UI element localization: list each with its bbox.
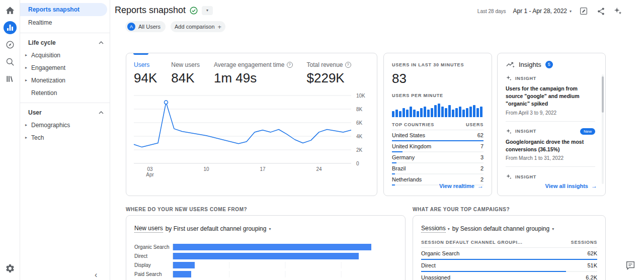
ga-reports-snapshot-page: Reports snapshot Realtime Life cycle ▸Ac… [0,0,644,280]
nav-advertising-button[interactable] [4,55,17,68]
country-users: 3 [480,154,484,160]
sidebar-item-retention[interactable]: Retention [20,86,110,99]
country-name: United States [392,132,425,138]
nav-explore-button[interactable] [4,38,17,51]
metric-value: 94K [134,70,157,86]
metric-new-users[interactable]: New users 84K [171,61,200,86]
top-campaigns-card: Sessions▾ by Session default channel gro… [413,215,606,280]
insight-item[interactable]: INSIGHT Users for the campaign from sour… [506,75,595,116]
channel-bar [173,253,359,259]
channels-bar-chart: Organic SearchDirectDisplayPaid Search [134,244,397,277]
chevron-down-icon: ▾ [552,227,554,231]
avatar: A [127,23,135,31]
channel-label: Organic Search [134,244,173,250]
report-dropdown-button[interactable]: ▾ [202,6,213,15]
svg-text:4K: 4K [356,134,363,139]
edit-comparisons-button[interactable] [579,6,589,16]
divider [20,103,110,103]
nav-library-button[interactable] [4,72,17,85]
metric-avg-engagement-time[interactable]: Average engagement time? 1m 49s [214,61,293,86]
channel-dimension-dropdown[interactable]: ▾ [269,227,271,231]
svg-text:10K: 10K [356,93,365,99]
chip-label: All Users [138,24,160,30]
channel-label: Display [134,262,173,268]
arrow-right-icon: → [591,182,597,190]
channel-bar-row: Direct [134,253,397,259]
minute-bar [473,105,475,117]
country-name: Germany [392,154,415,160]
sidebar-section-life-cycle[interactable]: Life cycle [20,37,110,49]
insight-item[interactable]: INSIGHT New Google/organic drove the mos… [506,128,595,161]
feedback-button[interactable] [624,259,637,272]
scrollbar-thumb[interactable] [602,76,604,113]
channel-label: Direct [134,253,173,259]
collapse-sidebar-button[interactable]: ‹ [95,270,105,280]
add-comparison-chip[interactable]: Add comparison + [171,21,225,32]
table-row: Organic Search62K [421,248,597,260]
sidebar-item-demographics[interactable]: ▸Demographics [20,119,110,131]
divider [506,121,595,122]
expand-arrow-icon: ▸ [25,135,31,140]
country-row: United Kingdom7 [392,141,484,152]
all-users-chip[interactable]: A All Users [125,21,166,32]
minute-bar [431,108,433,117]
arrow-right-icon: → [477,182,484,190]
sidebar-item-engagement[interactable]: ▸Engagement [20,61,110,74]
minute-bar [441,107,444,117]
metric-total-revenue[interactable]: Total revenue? $229K [307,61,351,86]
sessions-metric-dropdown[interactable]: Sessions▾ [421,225,450,233]
selected-metric-indicator [133,53,148,55]
channel-bar [173,244,371,250]
nav-home-button[interactable] [4,4,17,17]
insights-card: Insights 5 INSIGHT Users for the campaig… [497,53,606,196]
insights-spark-icon [506,60,515,68]
link-label: View realtime [439,183,474,189]
svg-text:10: 10 [203,166,209,172]
info-icon[interactable]: ? [345,62,351,68]
sidebar-item-realtime[interactable]: Realtime [20,16,107,29]
view-realtime-link[interactable]: View realtime → [439,182,484,190]
nav-reports-button[interactable] [4,21,17,34]
channel-name: Organic Search [421,250,459,256]
sidebar-item-acquisition[interactable]: ▸Acquisition [20,49,110,61]
sidebar-section-user[interactable]: User [20,107,110,119]
country-users: 2 [480,176,484,182]
settings-button[interactable] [4,262,17,275]
bar-chart-icon [6,24,14,32]
metric-value: 84K [171,70,200,86]
sessions-value: 51K [587,262,597,268]
sidebar-item-label: Engagement [31,64,65,71]
date-range-label: Last 28 days [477,9,506,14]
insights-toggle-button[interactable] [613,6,623,16]
info-icon[interactable]: ? [287,62,293,68]
minute-bar [452,110,454,117]
expand-arrow-icon: ▸ [25,65,31,70]
table-row: Direct51K [421,260,597,272]
date-range-picker[interactable]: Apr 1 - Apr 28, 2022 ▾ [513,8,572,15]
sessions-column-header: SESSIONS [571,240,597,245]
page-title: Reports snapshot [115,5,186,16]
sidebar-item-reports-snapshot[interactable]: Reports snapshot [20,3,107,16]
svg-text:0: 0 [356,161,359,166]
sparkle-icon [613,7,622,16]
view-all-insights-link[interactable]: View all insights → [545,182,597,190]
svg-text:2K: 2K [356,147,363,153]
metric-label: New users [171,61,200,68]
minute-bar [403,108,405,117]
share-button[interactable] [596,6,606,16]
insights-title: Insights [519,61,541,68]
sidebar-item-tech[interactable]: ▸Tech [20,131,110,144]
sidebar-item-label: Monetization [31,77,65,84]
country-name: United Kingdom [392,143,431,149]
sidebar-item-monetization[interactable]: ▸Monetization [20,74,110,86]
scrollbar[interactable] [602,74,604,184]
new-users-metric-dropdown[interactable]: New users [134,225,163,233]
metric-label: New users [134,225,163,233]
svg-text:8K: 8K [356,107,363,112]
insight-item[interactable]: INSIGHT [506,173,595,180]
metric-users[interactable]: Users 94K [134,61,157,86]
top-countries-list: United States62United Kingdom7Germany3Br… [392,130,484,185]
metric-label: Average engagement time [214,61,285,68]
metric-value: 1m 49s [214,70,293,86]
campaigns-dimension-dropdown[interactable]: ▾ [552,227,554,231]
